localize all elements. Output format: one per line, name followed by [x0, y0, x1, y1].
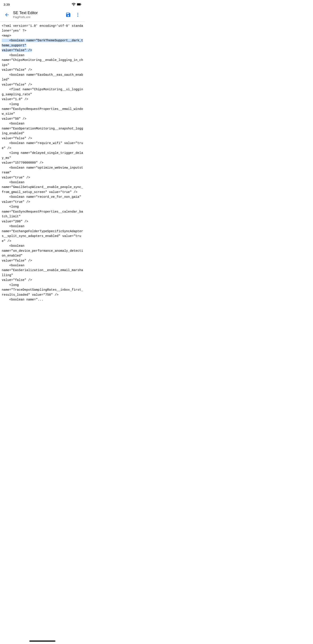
status-time: 3:39 [3, 2, 10, 6]
save-button[interactable] [64, 10, 73, 19]
status-icons [72, 3, 81, 6]
toolbar-title-area: SE Text Editor FlagPrefs.xml [11, 11, 64, 19]
file-name: FlagPrefs.xml [13, 16, 62, 19]
app-title: SE Text Editor [13, 11, 62, 16]
xml-content[interactable]: <?xml version='1.0' encoding='utf-8' sta… [0, 22, 85, 304]
svg-rect-2 [77, 4, 80, 5]
svg-point-5 [77, 16, 78, 17]
svg-point-3 [77, 13, 78, 14]
status-bar: 3:39 [0, 0, 85, 8]
back-button[interactable] [2, 10, 11, 19]
line-dark-theme: <boolean name="DarkThemeSupport__dark_th… [2, 39, 83, 52]
svg-point-4 [77, 14, 78, 15]
toolbar: SE Text Editor FlagPrefs.xml [0, 8, 85, 22]
wifi-icon [72, 3, 76, 6]
more-options-button[interactable] [73, 10, 82, 19]
xml-body: <boolean name="ChipsMonitoring__enable_l… [2, 54, 83, 301]
battery-icon [77, 3, 81, 6]
xml-declaration: <?xml version='1.0' encoding='utf-8' sta… [2, 24, 83, 38]
svg-rect-1 [81, 4, 81, 5]
toolbar-actions [64, 10, 82, 19]
